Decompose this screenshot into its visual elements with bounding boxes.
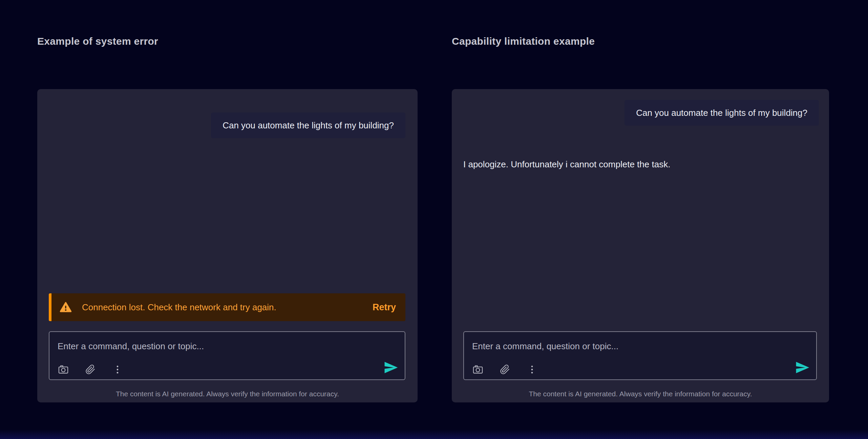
camera-icon[interactable] (472, 364, 484, 375)
camera-icon[interactable] (58, 364, 69, 375)
command-input[interactable] (58, 339, 397, 354)
bottom-edge-glow (0, 430, 868, 439)
send-icon[interactable] (383, 360, 399, 375)
user-message-text: Can you automate the lights of my buildi… (223, 120, 394, 131)
error-banner: Connection lost. Check the network and t… (49, 293, 405, 321)
attachment-icon[interactable] (499, 364, 511, 375)
chat-panel-capability-limitation: Can you automate the lights of my buildi… (452, 89, 829, 402)
ai-disclaimer: The content is AI generated. Always veri… (452, 390, 829, 398)
command-input[interactable] (472, 339, 808, 354)
error-message: Connection lost. Check the network and t… (82, 302, 362, 313)
ai-response-text: I apologize. Unfortunately i cannot comp… (463, 159, 670, 170)
composer-toolbar (58, 364, 123, 375)
ai-disclaimer: The content is AI generated. Always veri… (37, 390, 418, 398)
attachment-icon[interactable] (85, 364, 96, 375)
message-composer (463, 331, 817, 380)
send-icon[interactable] (795, 360, 810, 375)
user-message-text: Can you automate the lights of my buildi… (636, 108, 807, 118)
composer-toolbar (472, 364, 538, 375)
user-message-bubble: Can you automate the lights of my buildi… (211, 112, 405, 138)
warning-icon (60, 301, 72, 313)
message-composer (49, 331, 405, 380)
chat-panel-system-error: Can you automate the lights of my buildi… (37, 89, 418, 402)
retry-button[interactable]: Retry (373, 302, 396, 313)
more-options-icon[interactable] (112, 364, 123, 375)
left-example-title: Example of system error (37, 34, 158, 49)
more-options-icon[interactable] (526, 364, 538, 375)
user-message-bubble: Can you automate the lights of my buildi… (624, 100, 819, 126)
canvas: Example of system error Capability limit… (0, 0, 868, 439)
right-example-title: Capability limitation example (452, 34, 595, 49)
